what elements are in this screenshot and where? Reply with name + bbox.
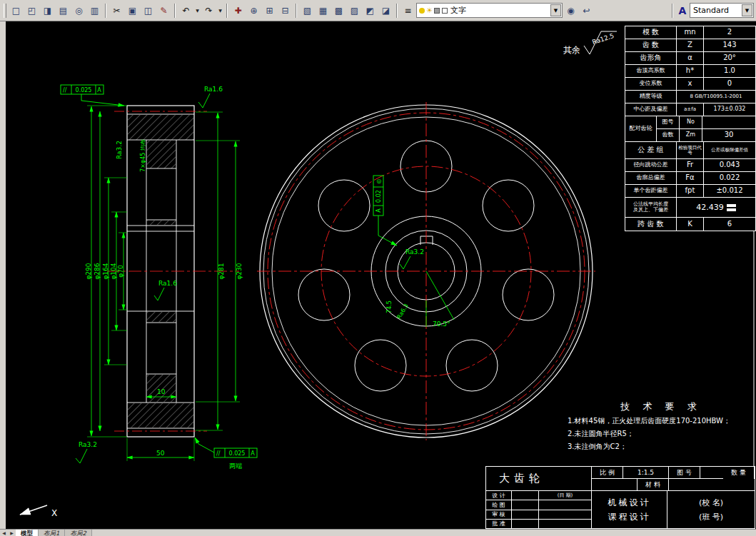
zoom-previous-icon[interactable]: ⊟ bbox=[278, 3, 293, 18]
param-value: 0.043 bbox=[704, 159, 755, 171]
param-symbol: mn bbox=[677, 26, 704, 39]
layer-lock-icon[interactable] bbox=[434, 8, 440, 14]
span-teeth-value: 6 bbox=[704, 218, 755, 231]
qty-label: 数 量 bbox=[723, 467, 755, 479]
redo-icon[interactable]: ↷ bbox=[201, 3, 216, 18]
sheetset-manager-icon[interactable]: ▨ bbox=[347, 3, 362, 18]
layer-thaw-sun-icon[interactable]: ☀ bbox=[426, 6, 433, 14]
tolerance-frame-top bbox=[61, 85, 124, 106]
zoom-window-icon[interactable]: ⊞ bbox=[262, 3, 277, 18]
frame-top-value: 0.025 bbox=[76, 87, 92, 93]
dim-step: 10 bbox=[157, 388, 166, 395]
tolerance-group-right: 公差或极限偏差值 bbox=[704, 142, 755, 158]
span-teeth-label: 跨 齿 数 bbox=[625, 218, 677, 231]
undo-icon[interactable]: ↶ bbox=[178, 3, 193, 18]
toolbar-separator bbox=[396, 4, 398, 18]
keyway-depth-dim: 74.5 bbox=[386, 300, 393, 313]
param-value: 2 bbox=[704, 26, 755, 39]
text-style-icon[interactable]: A bbox=[676, 5, 689, 16]
keyway-angle-dim: 70.5° bbox=[433, 320, 450, 328]
layer-color-swatch bbox=[442, 8, 448, 14]
param-symbol: fpt bbox=[677, 185, 704, 197]
match-properties-icon[interactable]: ✎ bbox=[156, 3, 171, 18]
toolbar-separator bbox=[105, 4, 106, 18]
sign-cell bbox=[512, 491, 539, 500]
front-tol-frame-datum: A bbox=[376, 208, 382, 213]
tab-layout2[interactable]: 布局2 bbox=[65, 530, 91, 536]
sign-cell bbox=[539, 500, 591, 509]
make-object-layer-current-icon[interactable]: ◉ bbox=[563, 3, 578, 18]
param-value: 173±0.032 bbox=[704, 103, 755, 116]
undo-dropdown-icon[interactable]: ▼ bbox=[194, 3, 201, 18]
holes-pattern-note: 7×φ45 均布 bbox=[140, 139, 146, 172]
tab-model[interactable]: 模型 bbox=[16, 530, 39, 536]
param-label: 齿顶高系数 bbox=[625, 65, 677, 77]
open-file-icon[interactable]: ◰ bbox=[24, 3, 39, 18]
roughness-bottom: Ra3.2 bbox=[79, 441, 97, 448]
mate-drawno-value bbox=[702, 116, 755, 128]
designcenter-icon[interactable]: ▦ bbox=[316, 3, 331, 18]
tool-palettes-icon[interactable]: ▩ bbox=[331, 3, 346, 18]
mate-gear-label: 配对齿轮 bbox=[625, 116, 657, 141]
layer-combo[interactable]: ☀ 文字 ▼ bbox=[416, 3, 563, 18]
tab-layout1[interactable]: 布局1 bbox=[39, 530, 65, 536]
roughness-top: Ra1.6 bbox=[204, 86, 223, 93]
param-symbol: Fα bbox=[677, 172, 704, 184]
layer-properties-icon[interactable]: ≡ bbox=[400, 3, 415, 18]
date-label: (日 期) bbox=[539, 491, 591, 500]
markup-set-icon[interactable]: ◩ bbox=[363, 3, 378, 18]
properties-icon[interactable]: ▧ bbox=[300, 3, 315, 18]
cut-icon[interactable]: ✂ bbox=[109, 3, 124, 18]
frame-bottom-symbol: // bbox=[216, 450, 221, 457]
param-value: 0.022 bbox=[704, 172, 755, 184]
material-label: 材 料 bbox=[637, 479, 669, 491]
ucs-x-label: X bbox=[51, 508, 57, 518]
dim-pitch: φ286 bbox=[94, 263, 101, 279]
publish-icon[interactable]: ▥ bbox=[87, 3, 102, 18]
styles-toolbar: A Standard ▼ bbox=[670, 3, 754, 18]
frame-bottom-value: 0.025 bbox=[229, 450, 246, 457]
quickcalc-icon[interactable]: ◪ bbox=[378, 3, 393, 18]
roughness-left: Ra3.2 bbox=[116, 141, 123, 159]
sign-cell bbox=[512, 520, 539, 528]
copy-icon[interactable]: ▣ bbox=[125, 3, 140, 18]
default-roughness-prefix: 其余 bbox=[563, 45, 580, 55]
keyway-roughness-label: Ra6.3 bbox=[396, 303, 410, 320]
mate-drawno-label: 图号 bbox=[657, 116, 680, 128]
zoom-realtime-icon[interactable]: ⊕ bbox=[246, 3, 261, 18]
param-label: 径向跳动公差 bbox=[625, 159, 677, 171]
new-file-icon[interactable]: □ bbox=[9, 3, 24, 18]
model-space-canvas[interactable]: ◎ 0.02 A Ra3.2 70.5° 74.5 Ra6.3 bbox=[6, 21, 756, 529]
layer-combo-arrow-icon[interactable]: ▼ bbox=[550, 4, 561, 16]
main-toolbar: □ ◰ ◨ ▤ ◎ ▥ ✂ ▣ ◫ ✎ ↶ ▼ ↷ ▼ ✚ ⊕ ⊞ ⊟ ▧ ▦ … bbox=[0, 0, 756, 21]
redo-dropdown-icon[interactable]: ▼ bbox=[217, 3, 223, 18]
tab-scroll-right-icon[interactable]: ▶ bbox=[8, 530, 16, 535]
tab-scroll-left-icon[interactable]: ◀ bbox=[0, 530, 8, 535]
dim-od: φ290 bbox=[85, 263, 92, 279]
toolbar-grip[interactable] bbox=[4, 4, 6, 18]
dim-bore: φ70 bbox=[117, 265, 124, 278]
plot-icon[interactable]: ▤ bbox=[56, 3, 71, 18]
default-roughness-value: Ra12.5 bbox=[591, 32, 615, 46]
toolbar-separator bbox=[174, 4, 176, 18]
default-roughness-note: 其余 Ra12.5 bbox=[563, 31, 617, 55]
style-combo-arrow-icon[interactable]: ▼ bbox=[742, 4, 752, 16]
pan-icon[interactable]: ✚ bbox=[231, 3, 246, 18]
wk-tolerance-marks bbox=[727, 204, 736, 211]
param-value: 143 bbox=[704, 39, 755, 51]
drawing-no-label: 图 号 bbox=[669, 467, 700, 479]
tech-req-title: 技 术 要 求 bbox=[568, 400, 755, 413]
scale-value: 1:1.5 bbox=[623, 467, 669, 479]
front-tol-frame-value: 0.02 bbox=[376, 190, 382, 203]
save-icon[interactable]: ◨ bbox=[40, 3, 55, 18]
param-value: ±0.012 bbox=[704, 185, 755, 197]
plot-preview-icon[interactable]: ◎ bbox=[71, 3, 86, 18]
layer-on-bulb-icon[interactable] bbox=[419, 8, 425, 14]
gear-parameter-table: 模 数mn2 齿 数Z143 齿形角α20° 齿顶高系数h*1.0 变位系数x0… bbox=[625, 26, 756, 231]
tolerance-group-mid: 检验项目代号 bbox=[677, 142, 704, 158]
dim-root: φ281 bbox=[218, 263, 225, 279]
layer-previous-icon[interactable]: ↩ bbox=[579, 3, 594, 18]
mate-teeth-symbol: Zm bbox=[680, 129, 702, 141]
paste-icon[interactable]: ◫ bbox=[141, 3, 156, 18]
text-style-combo[interactable]: Standard ▼ bbox=[690, 3, 754, 18]
